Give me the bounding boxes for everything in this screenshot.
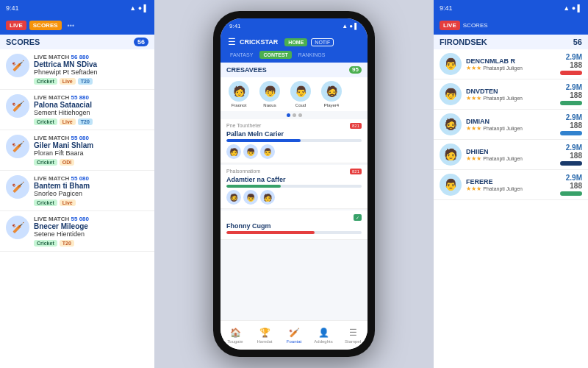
carousel-dots [220, 111, 368, 119]
right-panel: 9:41 ▲ ● ▌ LIVE SCORES FIRONDSEK 56 👨 DE… [434, 0, 588, 368]
left-match-tag-2-2: ODI [60, 159, 74, 166]
right-player-price-1: 188 [560, 91, 582, 99]
menu-icon: ☰ [349, 328, 357, 338]
right-header: LIVE SCORES [434, 16, 588, 35]
right-player-avatar-2: 🧔 [440, 113, 462, 135]
pmatch-teams-1: Pallan Meln Carier [226, 130, 362, 138]
left-match-card-0[interactable]: 🏏 LIVE MATCH 56 880 Dettrica MN SDiva Ph… [0, 49, 154, 90]
left-match-info-0: LIVE MATCH 56 880 Dettrica MN SDiva Phne… [34, 54, 148, 85]
player-item-2[interactable]: 👦 Naous [256, 81, 284, 107]
left-match-info-3: LIVE MATCH 55 080 Bantem ti Bham Snorleo… [34, 175, 148, 206]
right-player-avatar-0: 👨 [440, 53, 462, 75]
nav-item-trophy[interactable]: 🏆 Hamdat [250, 321, 279, 350]
player-item-4[interactable]: 🧔 Player4 [318, 81, 345, 107]
right-player-row-1[interactable]: 👦 DNVDTEN ★★★ Phatanpti Juligen 2.9M 188 [434, 79, 588, 110]
left-panel: 9:41 ▲ ● ▌ LIVE SCORES ••• SCORES 56 🏏 L… [0, 0, 154, 368]
right-player-info-3: DHIIEN ★★★ Phatanpti Juligen [466, 148, 556, 162]
left-match-team-row-1: LIVE MATCH 55 880 [34, 94, 148, 101]
right-player-price-bar-0 [560, 71, 582, 75]
left-match-team-name-2: Giler Mani Shlam [34, 141, 148, 149]
left-section-label: SCORES [6, 38, 40, 46]
left-match-team-row-4: LIVE MATCH 55 080 [34, 216, 148, 222]
pmatch-player-mini-6: 🧑 [260, 190, 275, 205]
right-player-row-2[interactable]: 🧔 DIMIAN ★★★ Phatanpti Juligen 2.9M 188 [434, 110, 588, 140]
pmatch-player-mini-1: 🧑 [226, 144, 241, 159]
left-match-card-4[interactable]: 🏏 LIVE MATCH 55 080 Bnecer Mileoge Seten… [0, 211, 154, 252]
right-player-row-3[interactable]: 🧑 DHIIEN ★★★ Phatanpti Juligen 2.9M 188 [434, 140, 588, 170]
right-player-stars-2: ★★★ Phatanpti Juligen [466, 125, 556, 132]
right-player-common-price-2: 2.9M [560, 113, 582, 121]
phone-notif-btn[interactable]: NOTIF [311, 38, 334, 46]
left-match-avatar-0: 🏏 [6, 54, 29, 77]
right-status-bar: 9:41 ▲ ● ▌ [434, 0, 588, 16]
left-match-card-3[interactable]: 🏏 LIVE MATCH 55 080 Bantem ti Bham Snorl… [0, 171, 154, 211]
left-match-avatar-2: 🏏 [6, 135, 29, 158]
left-match-tag-1-3: Cricket [34, 199, 57, 206]
left-match-score-1: Sement Hitiehogen [34, 109, 148, 116]
phone-bottom-nav: 🏠 Tougate 🏆 Hamdat 🏏 Foantat 👤 Addeghts … [220, 320, 368, 350]
right-player-price-section-2: 2.9M 188 [560, 113, 582, 135]
phone-match-card-1[interactable]: Pne Tountheter 821 Pallan Meln Carier 🧑 … [220, 119, 368, 163]
nav-item-home[interactable]: 🏠 Tougate [220, 321, 250, 350]
right-player-price-4: 188 [560, 182, 582, 190]
phone-home-btn[interactable]: HOME [284, 38, 307, 46]
tab-contest[interactable]: CONTEST [259, 51, 291, 59]
pmatch-bar-fill-3 [226, 231, 315, 234]
right-player-price-bar-4 [560, 191, 582, 196]
left-header: LIVE SCORES ••• [0, 16, 154, 35]
player-name-3: Coud [295, 103, 306, 107]
left-match-tag-2-1: Live [60, 118, 76, 125]
right-section-label: FIRONDSEK [440, 38, 487, 46]
phone-device: 9:41 ▲ ● ▌ ☰ CRICKSTAR HOME NOTIF FANTAS… [213, 11, 375, 357]
right-player-row-0[interactable]: 👨 DENCNMLAB R ★★★ Phatanpti Juligen 2.9M… [434, 49, 588, 79]
pmatch-bar-2 [226, 185, 362, 188]
right-player-common-price-0: 2.9M [560, 53, 582, 61]
nav-item-menu[interactable]: ☰ Stampel [338, 321, 368, 350]
phone-match-card-3[interactable]: ✓ Fhonny Cugm [220, 210, 368, 240]
player-name-4: Player4 [324, 103, 339, 107]
right-player-price-bar-2 [560, 131, 582, 135]
pmatch-player-mini-3: 👨 [260, 144, 275, 159]
left-scores-btn[interactable]: SCORES [29, 21, 62, 30]
pmatch-teams-2: Adamtier na Caffer [226, 176, 362, 183]
left-match-team-name-1: Palona Sataacial [34, 101, 148, 109]
right-player-price-section-3: 2.9M 188 [560, 144, 582, 166]
right-player-row-4[interactable]: 👨 FERERE ★★★ Phatanpti Juligen 2.9M 188 [434, 170, 588, 200]
player-name-2: Naous [263, 103, 276, 107]
pmatch-player-mini-2: 👦 [243, 144, 258, 159]
player-item-1[interactable]: 🧑 Fraonot [225, 81, 253, 107]
right-player-info-0: DENCNMLAB R ★★★ Phatanpti Juligen [466, 57, 556, 71]
pmatch-badge-1: 821 [350, 123, 362, 129]
home-icon: 🏠 [230, 328, 241, 338]
tab-fantasy[interactable]: FANTASY [226, 51, 257, 59]
left-match-score-2: Ploran Fift Baara [34, 149, 148, 157]
nav-item-user[interactable]: 👤 Addeghts [309, 321, 338, 350]
left-match-info-2: LIVE MATCH 55 080 Giler Mani Shlam Plora… [34, 135, 148, 166]
right-players-list: 👨 DENCNMLAB R ★★★ Phatanpti Juligen 2.9M… [434, 49, 588, 200]
tab-rankings[interactable]: RANKINGS [295, 51, 329, 59]
right-player-name-0: DENCNMLAB R [466, 57, 556, 65]
left-match-card-2[interactable]: 🏏 LIVE MATCH 55 080 Giler Mani Shlam Plo… [0, 130, 154, 171]
right-score-count: 56 [573, 38, 582, 46]
phone-match-card-2[interactable]: Phalsonnatiom 821 Adamtier na Caffer 🧔 👦… [220, 165, 368, 209]
right-player-price-bar-3 [560, 161, 582, 166]
left-match-card-1[interactable]: 🏏 LIVE MATCH 55 880 Palona Sataacial Sem… [0, 90, 154, 130]
hamburger-icon[interactable]: ☰ [228, 37, 236, 47]
left-status-time: 9:41 [6, 4, 19, 12]
dot-1 [287, 113, 290, 117]
right-player-stars-0: ★★★ Phatanpti Juligen [466, 65, 556, 71]
left-live-btn[interactable]: LIVE [6, 21, 26, 30]
pmatch-players-1: 🧑 👦 👨 [226, 144, 362, 159]
player-item-3[interactable]: 👨 Coud [287, 81, 315, 107]
pmatch-bar-fill-2 [226, 185, 281, 188]
nav-item-cricket[interactable]: 🏏 Foantat [279, 321, 309, 350]
dot-3 [298, 113, 302, 117]
right-player-name-1: DNVDTEN [466, 88, 556, 95]
right-player-info-4: FERERE ★★★ Phatanpti Juligen [466, 178, 556, 192]
pmatch-badge-3: ✓ [354, 214, 362, 221]
right-player-stars-1: ★★★ Phatanpti Juligen [466, 95, 556, 102]
pmatch-player-mini-4: 🧔 [226, 190, 241, 205]
cricket-icon: 🏏 [289, 328, 300, 338]
left-header-spacer: ••• [68, 22, 74, 29]
right-live-btn[interactable]: LIVE [440, 21, 460, 30]
